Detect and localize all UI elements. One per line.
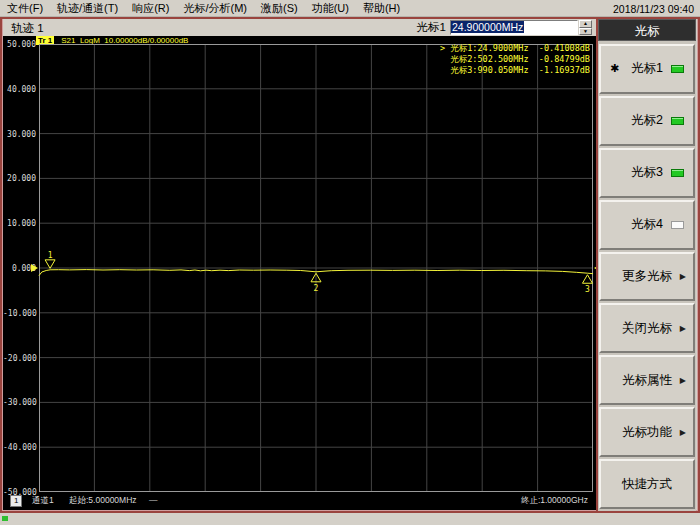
y-tick-label: -40.000 — [3, 443, 36, 452]
y-tick-label: 50.000 — [3, 40, 36, 49]
marker-symbol-3[interactable] — [582, 275, 592, 284]
menu-item[interactable]: 光标/分析(M) — [176, 0, 254, 16]
y-tick-label: -30.000 — [3, 398, 36, 407]
submenu-arrow-icon: ▶ — [680, 376, 686, 385]
y-tick-label: 20.000 — [3, 174, 36, 183]
menu-item[interactable]: 响应(R) — [125, 0, 176, 16]
softkey-sidebar: 光标 ✱光标1光标2光标3光标4更多光标▶关闭光标▶光标属性▶光标功能▶快捷方式 — [596, 19, 696, 511]
submenu-arrow-icon: ▶ — [680, 272, 686, 281]
graticule-chart: 123 — [39, 44, 593, 492]
channel-name: 通道1 — [32, 495, 54, 507]
marker-readout-block: > 光标1:24.9000MHz -0.41008dB 光标2:502.500M… — [440, 43, 590, 76]
marker-readout-line: > 光标1:24.9000MHz -0.41008dB — [440, 43, 590, 54]
softkey-button-2[interactable]: 光标2 — [599, 96, 695, 146]
marker-state-led-on — [671, 117, 684, 125]
marker-readout-line: 光标2:502.500MHz -0.84799dB — [440, 54, 590, 65]
datetime-display: 2018/11/23 09:40 — [613, 1, 694, 17]
menu-item[interactable]: 文件(F) — [0, 0, 50, 16]
softkey-label: 更多光标 — [622, 268, 672, 285]
softkey-label: 光标3 — [631, 164, 663, 181]
bottom-status-strip — [0, 513, 700, 525]
active-marker-star-icon: ✱ — [610, 63, 619, 74]
softkey-label: 关闭光标 — [622, 320, 672, 337]
status-green-indicator — [2, 516, 8, 521]
menu-item[interactable]: 激励(S) — [254, 0, 305, 16]
workspace-frame: 轨迹 1 光标1 24.900000MHz ▲ ▼ Tr 1 S21 LogM … — [0, 17, 700, 513]
sidebar-title: 光标 — [598, 19, 696, 41]
softkey-button-8[interactable]: 光标功能▶ — [599, 407, 695, 457]
y-tick-label: 30.000 — [3, 129, 36, 138]
menu-item[interactable]: 功能(U) — [305, 0, 356, 16]
softkey-button-1[interactable]: ✱光标1 — [599, 44, 695, 94]
submenu-arrow-icon: ▶ — [680, 324, 686, 333]
plot-area: Tr 1 S21 LogM 10.00000dB/0.00000dB 50.00… — [3, 36, 596, 510]
softkey-button-3[interactable]: 光标3 — [599, 148, 695, 198]
softkey-button-4[interactable]: 光标4 — [599, 200, 695, 250]
frequency-stepper: ▲ ▼ — [579, 20, 592, 35]
softkey-button-9[interactable]: 快捷方式 — [599, 459, 695, 509]
vna-application-window: 文件(F)轨迹/通道(T)响应(R)光标/分析(M)激励(S)功能(U)帮助(H… — [0, 0, 700, 525]
channel-status-bar: 1 通道1 起始:5.00000MHz — 终止:1.00000GHz — [3, 495, 596, 507]
toolbar: 轨迹 1 光标1 24.900000MHz ▲ ▼ — [3, 19, 596, 36]
menu-item[interactable]: 轨迹/通道(T) — [50, 0, 125, 16]
marker-number-1: 1 — [48, 251, 53, 260]
marker-number-2: 2 — [314, 284, 319, 293]
softkey-label: 快捷方式 — [622, 476, 672, 493]
marker-state-led-on — [671, 65, 684, 73]
softkey-label: 光标2 — [631, 112, 663, 129]
sidebar-buttons: ✱光标1光标2光标3光标4更多光标▶关闭光标▶光标属性▶光标功能▶快捷方式 — [598, 42, 696, 511]
softkey-label: 光标属性 — [622, 372, 672, 389]
marker-frequency-input[interactable]: 24.900000MHz — [450, 20, 578, 35]
softkey-button-7[interactable]: 光标属性▶ — [599, 355, 695, 405]
stepper-up-button[interactable]: ▲ — [579, 20, 592, 28]
stepper-down-button[interactable]: ▼ — [579, 28, 592, 36]
marker-readout-line: 光标3:990.050MHz -1.16937dB — [440, 65, 590, 76]
menu-items: 文件(F)轨迹/通道(T)响应(R)光标/分析(M)激励(S)功能(U)帮助(H… — [0, 2, 407, 14]
y-tick-label: 10.000 — [3, 219, 36, 228]
y-tick-label: -20.000 — [3, 353, 36, 362]
sweep-start-value: 起始:5.00000MHz — [69, 495, 137, 507]
softkey-button-5[interactable]: 更多光标▶ — [599, 252, 695, 302]
channel-badge[interactable]: 1 — [10, 495, 22, 507]
softkey-button-6[interactable]: 关闭光标▶ — [599, 303, 695, 353]
y-tick-label: -10.000 — [3, 308, 36, 317]
active-trace-label: 轨迹 1 — [11, 21, 44, 36]
softkey-label: 光标4 — [631, 216, 663, 233]
marker-state-led-off — [671, 221, 684, 229]
menu-bar: 文件(F)轨迹/通道(T)响应(R)光标/分析(M)激励(S)功能(U)帮助(H… — [0, 0, 700, 17]
softkey-label: 光标1 — [631, 60, 663, 77]
sweep-indicator: — — [149, 495, 158, 505]
marker-entry-label: 光标1 — [417, 20, 446, 35]
softkey-label: 光标功能 — [622, 424, 672, 441]
marker-state-led-on — [671, 169, 684, 177]
sweep-stop-value: 终止:1.00000GHz — [521, 495, 588, 507]
submenu-arrow-icon: ▶ — [680, 428, 686, 437]
marker-symbol-1[interactable] — [45, 260, 55, 269]
menu-item[interactable]: 帮助(H) — [356, 0, 407, 16]
marker-entry-group: 光标1 24.900000MHz ▲ ▼ — [417, 20, 592, 35]
y-tick-label: 40.000 — [3, 84, 36, 93]
selected-input-text: 24.900000MHz — [451, 21, 524, 33]
marker-number-3: 3 — [585, 285, 590, 294]
